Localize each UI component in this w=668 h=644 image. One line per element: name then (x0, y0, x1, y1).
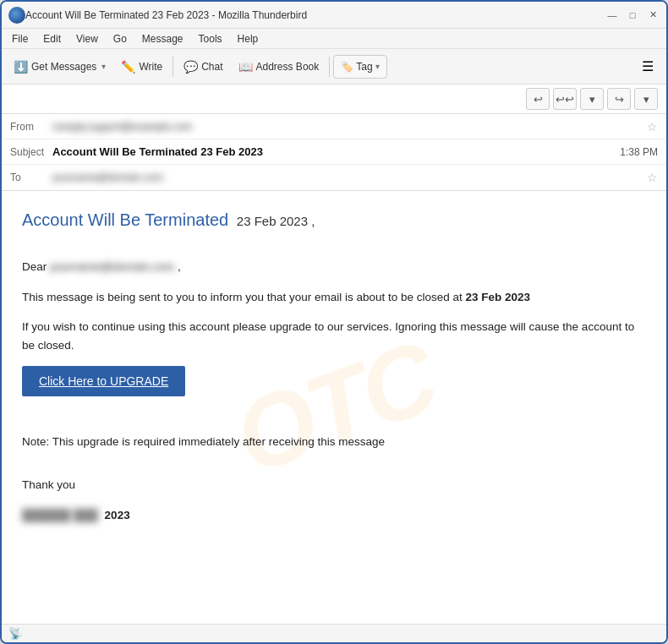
subject-label: Subject (10, 146, 52, 158)
reply-icon: ↩ (534, 93, 543, 106)
tag-icon: 🏷️ (341, 61, 353, 73)
to-label: To (10, 172, 52, 183)
email-content: Account Will Be Terminated 23 Feb 2023 ,… (22, 208, 646, 524)
email-note: Note: This upgrade is required immediate… (22, 433, 646, 451)
email-time: 1:38 PM (620, 146, 658, 158)
email-title: Account Will Be Terminated (22, 210, 228, 229)
subject-row: Subject Account Will Be Terminated 23 Fe… (2, 139, 666, 165)
from-label: From (10, 121, 52, 133)
email-thankyou: Thank you (22, 476, 646, 494)
email-date: 23 Feb 2023 , (237, 214, 315, 228)
maximize-button[interactable]: □ (626, 8, 639, 22)
expand-button[interactable]: ▾ (580, 88, 604, 110)
write-button[interactable]: ✏️ Write (114, 53, 169, 80)
address-book-button[interactable]: 📖 Address Book (232, 53, 326, 80)
app-icon (8, 7, 25, 24)
statusbar: 📡 (2, 624, 666, 642)
email-footer: ██████ ███ 2023 (22, 506, 646, 525)
tag-label: Tag (356, 61, 372, 73)
to-value: yourname@domain.com (52, 172, 642, 183)
reply-all-icon: ↩↩ (556, 93, 574, 106)
email-para-2: If you wish to continue using this accou… (22, 318, 646, 354)
expand-icon: ▾ (589, 93, 595, 106)
thankyou-text: Thank you (22, 478, 75, 491)
to-star-icon[interactable]: ☆ (647, 171, 658, 184)
menu-tools[interactable]: Tools (192, 31, 229, 46)
get-messages-dropdown-icon[interactable]: ▾ (101, 62, 106, 71)
email-para-1: This message is being sent to you to inf… (22, 288, 646, 307)
chat-icon: 💬 (183, 60, 198, 74)
from-star-icon[interactable]: ☆ (647, 120, 658, 134)
window-title: Account Will Be Terminated 23 Feb 2023 -… (25, 9, 605, 21)
forward-icon: ↪ (615, 93, 624, 106)
write-icon: ✏️ (121, 60, 135, 74)
toolbar: ⬇️ Get Messages ▾ ✏️ Write 💬 Chat 📖 Addr… (2, 49, 666, 85)
menu-help[interactable]: Help (231, 31, 266, 46)
reply-all-button[interactable]: ↩↩ (553, 88, 577, 110)
from-row: From noreply.support@example.com ☆ (2, 114, 666, 139)
tag-button[interactable]: 🏷️ Tag ▾ (333, 55, 386, 79)
upgrade-button[interactable]: Click Here to UPGRADE (22, 366, 185, 396)
email-header: ↩ ↩↩ ▾ ↪ ▾ From noreply.support@example.… (2, 85, 666, 191)
menu-edit[interactable]: Edit (36, 31, 68, 46)
to-row: To yourname@domain.com ☆ (2, 165, 666, 190)
tag-dropdown-icon: ▾ (375, 62, 380, 71)
email-subject-heading: Account Will Be Terminated 23 Feb 2023 , (22, 208, 646, 232)
from-value: noreply.support@example.com (52, 121, 642, 133)
menu-message[interactable]: Message (135, 31, 190, 46)
main-window: Account Will Be Terminated 23 Feb 2023 -… (0, 0, 668, 644)
minimize-button[interactable]: — (605, 8, 619, 22)
footer-blurred-text: ██████ ███ (22, 506, 98, 525)
more-actions-icon: ▾ (643, 93, 649, 106)
address-book-icon: 📖 (238, 60, 253, 74)
get-messages-button[interactable]: ⬇️ Get Messages ▾ (7, 53, 112, 80)
footer-year: 2023 (105, 509, 130, 521)
greeting-text: Dear (22, 260, 47, 273)
toolbar-separator-1 (172, 57, 173, 77)
address-book-label: Address Book (256, 61, 320, 73)
chat-label: Chat (201, 61, 222, 73)
para1-bold: 23 Feb 2023 (466, 291, 531, 303)
greeting-end: , (178, 260, 181, 273)
menu-go[interactable]: Go (107, 31, 134, 46)
greeting-name: yourname@domain.com (50, 258, 174, 276)
status-icon: 📡 (8, 627, 22, 640)
email-greeting: Dear yourname@domain.com , (22, 258, 646, 276)
write-label: Write (139, 61, 162, 73)
hamburger-menu-button[interactable]: ☰ (634, 53, 661, 80)
menu-view[interactable]: View (69, 31, 105, 46)
close-button[interactable]: ✕ (646, 8, 660, 22)
chat-button[interactable]: 💬 Chat (177, 53, 229, 80)
subject-value: Account Will Be Terminated 23 Feb 2023 (52, 145, 620, 158)
titlebar: Account Will Be Terminated 23 Feb 2023 -… (2, 2, 666, 29)
email-body: OTC Account Will Be Terminated 23 Feb 20… (2, 191, 666, 624)
toolbar-separator-2 (329, 57, 330, 77)
menubar: File Edit View Go Message Tools Help (2, 29, 666, 49)
window-controls: — □ ✕ (605, 8, 660, 22)
action-buttons-row: ↩ ↩↩ ▾ ↪ ▾ (2, 85, 666, 114)
forward-button[interactable]: ↪ (607, 88, 631, 110)
more-actions-button[interactable]: ▾ (634, 88, 658, 110)
menu-file[interactable]: File (5, 31, 35, 46)
hamburger-icon: ☰ (642, 58, 654, 74)
reply-button[interactable]: ↩ (526, 88, 550, 110)
get-messages-icon: ⬇️ (14, 60, 28, 74)
upgrade-button-wrapper: Click Here to UPGRADE (22, 366, 646, 408)
para1-text: This message is being sent to you to inf… (22, 291, 463, 303)
get-messages-label: Get Messages (31, 61, 96, 73)
